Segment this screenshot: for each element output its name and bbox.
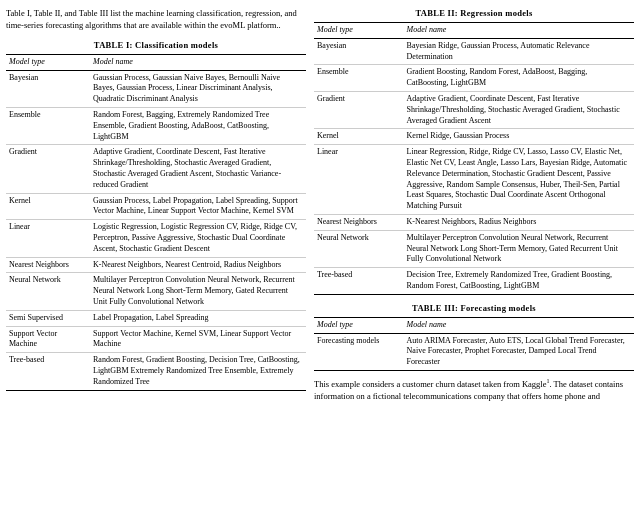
table-row: GradientAdaptive Gradient, Coordinate De… — [314, 91, 634, 128]
cell-model-type: Linear — [6, 220, 90, 257]
table-row: Forecasting modelsAuto ARIMA Forecaster,… — [314, 333, 634, 370]
cell-model-type: Bayesian — [314, 38, 404, 65]
cell-model-name: Decision Tree, Extremely Randomized Tree… — [404, 268, 634, 295]
conclusion-text: This example considers a customer churn … — [314, 377, 634, 403]
table-row: Semi SupervisedLabel Propagation, Label … — [6, 310, 306, 326]
cell-model-name: K-Nearest Neighbors, Radius Neighbors — [404, 214, 634, 230]
table-row: LinearLinear Regression, Ridge, Ridge CV… — [314, 145, 634, 215]
cell-model-type: Support Vector Machine — [6, 326, 90, 353]
table2-header-type: Model type — [314, 23, 404, 39]
cell-model-type: Tree-based — [314, 268, 404, 295]
cell-model-type: Forecasting models — [314, 333, 404, 370]
cell-model-type: Linear — [314, 145, 404, 215]
cell-model-name: Linear Regression, Ridge, Ridge CV, Lass… — [404, 145, 634, 215]
table1-title: TABLE I: Classification models — [6, 40, 306, 50]
intro-paragraph: Table I, Table II, and Table III list th… — [6, 8, 306, 32]
table3-header-name: Model name — [404, 317, 634, 333]
cell-model-type: Gradient — [314, 91, 404, 128]
page: Table I, Table II, and Table III list th… — [0, 0, 640, 411]
cell-model-name: Multilayer Perceptron Convolution Neural… — [404, 230, 634, 267]
cell-model-type: Tree-based — [6, 353, 90, 390]
table2-title: TABLE II: Regression models — [314, 8, 634, 18]
table-row: BayesianBayesian Ridge, Gaussian Process… — [314, 38, 634, 65]
cell-model-type: Ensemble — [314, 65, 404, 92]
table1-header-type: Model type — [6, 54, 90, 70]
cell-model-name: Random Forest, Gradient Boosting, Decisi… — [90, 353, 306, 390]
cell-model-name: Adaptive Gradient, Coordinate Descent, F… — [90, 145, 306, 193]
cell-model-type: Gradient — [6, 145, 90, 193]
cell-model-type: Neural Network — [6, 273, 90, 310]
table-row: EnsembleGradient Boosting, Random Forest… — [314, 65, 634, 92]
left-column: Table I, Table II, and Table III list th… — [6, 8, 306, 403]
cell-model-type: Ensemble — [6, 107, 90, 144]
cell-model-type: Kernel — [6, 193, 90, 220]
table-row: KernelGaussian Process, Label Propagatio… — [6, 193, 306, 220]
table-row: KernelKernel Ridge, Gaussian Process — [314, 129, 634, 145]
table-row: Nearest NeighborsK-Nearest Neighbors, Ra… — [314, 214, 634, 230]
cell-model-name: Auto ARIMA Forecaster, Auto ETS, Local G… — [404, 333, 634, 370]
cell-model-name: Gradient Boosting, Random Forest, AdaBoo… — [404, 65, 634, 92]
table3-header-type: Model type — [314, 317, 404, 333]
table1: Model type Model name BayesianGaussian P… — [6, 54, 306, 391]
cell-model-name: Adaptive Gradient, Coordinate Descent, F… — [404, 91, 634, 128]
cell-model-name: Random Forest, Bagging, Extremely Random… — [90, 107, 306, 144]
cell-model-type: Semi Supervised — [6, 310, 90, 326]
right-column: TABLE II: Regression models Model type M… — [314, 8, 634, 403]
cell-model-name: K-Nearest Neighbors, Nearest Centroid, R… — [90, 257, 306, 273]
table-row: GradientAdaptive Gradient, Coordinate De… — [6, 145, 306, 193]
cell-model-type: Nearest Neighbors — [6, 257, 90, 273]
table3-title: TABLE III: Forecasting models — [314, 303, 634, 313]
cell-model-name: Bayesian Ridge, Gaussian Process, Automa… — [404, 38, 634, 65]
cell-model-type: Neural Network — [314, 230, 404, 267]
table-row: Support Vector MachineSupport Vector Mac… — [6, 326, 306, 353]
table-row: EnsembleRandom Forest, Bagging, Extremel… — [6, 107, 306, 144]
cell-model-name: Gaussian Process, Gaussian Naive Bayes, … — [90, 70, 306, 107]
table2: Model type Model name BayesianBayesian R… — [314, 22, 634, 295]
table-row: Tree-basedDecision Tree, Extremely Rando… — [314, 268, 634, 295]
cell-model-type: Nearest Neighbors — [314, 214, 404, 230]
table-row: LinearLogistic Regression, Logistic Regr… — [6, 220, 306, 257]
cell-model-name: Kernel Ridge, Gaussian Process — [404, 129, 634, 145]
table-row: Tree-basedRandom Forest, Gradient Boosti… — [6, 353, 306, 390]
cell-model-type: Bayesian — [6, 70, 90, 107]
cell-model-name: Gaussian Process, Label Propagation, Lab… — [90, 193, 306, 220]
cell-model-name: Logistic Regression, Logistic Regression… — [90, 220, 306, 257]
table-row: Neural NetworkMultilayer Perceptron Conv… — [6, 273, 306, 310]
table-row: BayesianGaussian Process, Gaussian Naive… — [6, 70, 306, 107]
table-row: Neural NetworkMultilayer Perceptron Conv… — [314, 230, 634, 267]
cell-model-type: Kernel — [314, 129, 404, 145]
table1-header-name: Model name — [90, 54, 306, 70]
table-row: Nearest NeighborsK-Nearest Neighbors, Ne… — [6, 257, 306, 273]
cell-model-name: Support Vector Machine, Kernel SVM, Line… — [90, 326, 306, 353]
cell-model-name: Label Propagation, Label Spreading — [90, 310, 306, 326]
table2-header-name: Model name — [404, 23, 634, 39]
cell-model-name: Multilayer Perceptron Convolution Neural… — [90, 273, 306, 310]
table3: Model type Model name Forecasting models… — [314, 317, 634, 371]
